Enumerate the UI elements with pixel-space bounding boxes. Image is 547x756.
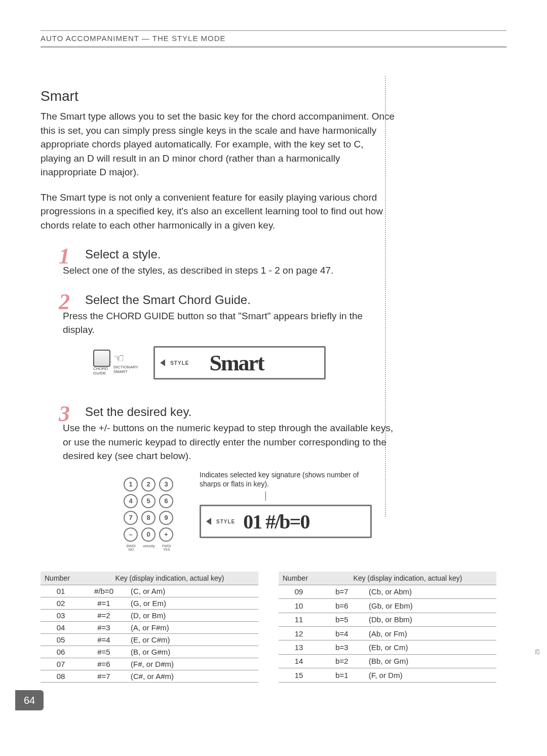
cell-num: 03: [41, 609, 81, 621]
cell-disp: #=2: [81, 609, 127, 621]
keypad-7: 7: [124, 511, 138, 525]
cell-disp: #=3: [81, 621, 127, 633]
cell-disp: b=7: [319, 585, 365, 598]
cell-disp: b=3: [319, 640, 365, 654]
th-key: Key (display indication, actual key): [81, 572, 258, 585]
table-row: 02#=1(G, or Em): [41, 597, 258, 609]
keypad-cap-fwd: FWD/ YES: [159, 544, 174, 551]
step-2-title: Select the Smart Chord Guide.: [63, 293, 395, 307]
chord-guide-label-bottom: CHORD GUIDE: [93, 367, 110, 376]
lcd-style-label-2: STYLE: [216, 519, 235, 524]
chord-guide-label-mid: SMART: [113, 370, 138, 374]
keypad-cap-bwd: BWD/ NO: [124, 544, 139, 551]
keypad-plus: +: [159, 527, 173, 542]
table-row: 14b=2(Bb, or Gm): [279, 654, 496, 668]
cell-num: 15: [279, 668, 319, 682]
th-key-r: Key (display indication, actual key): [319, 572, 496, 585]
keypad-minus: –: [124, 527, 138, 542]
keypad-0: 0: [141, 527, 155, 542]
key-tables: Number Key (display indication, actual k…: [41, 572, 506, 683]
lcd-annotation: Indicates selected key signature (shows …: [200, 470, 382, 488]
keypad-cap-velocity: velocity: [141, 544, 157, 551]
cell-disp: b=5: [319, 613, 365, 626]
cell-key: (C, or Am): [127, 585, 258, 597]
table-row: 12b=4(Ab, or Fm): [279, 626, 496, 640]
table-row: 08#=7(C#, or A#m): [41, 670, 258, 682]
lcd-text-key: 01 #/b=0: [243, 510, 309, 534]
cell-disp: b=4: [319, 626, 365, 640]
cell-num: 13: [279, 640, 319, 654]
lcd-left-arrow-icon: [160, 359, 165, 366]
cell-key: (A, or F#m): [127, 621, 258, 633]
keypad-2: 2: [141, 477, 155, 492]
keypad-9: 9: [159, 511, 173, 525]
cell-disp: b=6: [319, 599, 365, 613]
cell-num: 02: [41, 597, 81, 609]
step-number-2: 2: [59, 289, 70, 315]
annotation-pointer-icon: [265, 492, 382, 501]
table-row: 10b=6(Gb, or Ebm): [279, 599, 496, 613]
header-title: AUTO ACCOMPANIMENT — THE STYLE MODE: [41, 34, 226, 43]
cell-key: (F, or Dm): [365, 668, 496, 682]
keypad-3: 3: [159, 477, 173, 492]
cell-num: 08: [41, 670, 81, 682]
step-number-1: 1: [59, 243, 70, 269]
table-row: 11b=5(Db, or Bbm): [279, 613, 496, 626]
cell-num: 12: [279, 626, 319, 640]
section-title: Smart: [41, 88, 395, 104]
step-1-body: Select one of the styles, as described i…: [63, 263, 395, 278]
th-number: Number: [41, 572, 81, 585]
step-1: 1 Select a style. Select one of the styl…: [63, 247, 395, 278]
step-2-body: Press the CHORD GUIDE button so that "Sm…: [63, 309, 395, 337]
cell-num: 04: [41, 621, 81, 633]
side-page-number: 62: [534, 649, 540, 655]
cell-disp: #=5: [81, 646, 127, 658]
cell-num: 14: [279, 654, 319, 668]
table-row: 13b=3(Eb, or Cm): [279, 640, 496, 654]
cell-key: (F#, or D#m): [127, 658, 258, 670]
cell-key: (Bb, or Gm): [365, 654, 496, 668]
table-row: 04#=3(A, or F#m): [41, 621, 258, 633]
cell-num: 05: [41, 633, 81, 646]
cell-key: (C#, or A#m): [127, 670, 258, 682]
lcd-left-arrow-icon-2: [206, 518, 211, 525]
table-row: 15b=1(F, or Dm): [279, 668, 496, 682]
cell-disp: b=2: [319, 654, 365, 668]
table-row: 05#=4(E, or C#m): [41, 633, 258, 646]
cell-key: (Eb, or Cm): [365, 640, 496, 654]
table-row: 03#=2(D, or Bm): [41, 609, 258, 621]
cell-num: 07: [41, 658, 81, 670]
step-2: 2 Select the Smart Chord Guide. Press th…: [63, 293, 395, 380]
keypad-illustration: 1 2 3 4 5 6 7 8 9 – 0 + BWD/ NO velocity: [93, 470, 174, 551]
intro-paragraph-2: The Smart type is not only a convenient …: [41, 191, 395, 233]
cell-num: 01: [41, 585, 81, 597]
keypad-6: 6: [159, 494, 173, 508]
lcd-text-smart: Smart: [209, 350, 263, 376]
step-3-title: Set the desired key.: [63, 405, 395, 419]
cell-key: (G, or Em): [127, 597, 258, 609]
lcd-style-label: STYLE: [170, 360, 189, 366]
key-table-left: Number Key (display indication, actual k…: [41, 572, 258, 683]
cell-disp: #=7: [81, 670, 127, 682]
keypad-4: 4: [124, 494, 138, 508]
cell-num: 06: [41, 646, 81, 658]
cell-key: (E, or C#m): [127, 633, 258, 646]
table-row: 07#=6(F#, or D#m): [41, 658, 258, 670]
cell-key: (Ab, or Fm): [365, 626, 496, 640]
table-row: 06#=5(B, or G#m): [41, 646, 258, 658]
chord-guide-button-icon: [93, 350, 110, 367]
table-row: 09b=7(Cb, or Abm): [279, 585, 496, 598]
cell-key: (Gb, or Ebm): [365, 599, 496, 613]
step-number-3: 3: [59, 401, 70, 427]
chord-guide-illustration: CHORD GUIDE ☜ DICTIONARY SMART: [93, 350, 138, 376]
cell-key: (Db, or Bbm): [365, 613, 496, 626]
cell-disp: #/b=0: [81, 585, 127, 597]
lcd-display-smart: STYLE Smart: [153, 346, 326, 380]
table-row: 01#/b=0(C, or Am): [41, 585, 258, 597]
th-number-r: Number: [279, 572, 319, 585]
page-number-badge: 64: [15, 690, 44, 710]
keypad-5: 5: [141, 494, 155, 508]
cell-disp: #=1: [81, 597, 127, 609]
keypad-8: 8: [141, 511, 155, 525]
step-3-body: Use the +/- buttons on the numeric keypa…: [63, 421, 395, 463]
